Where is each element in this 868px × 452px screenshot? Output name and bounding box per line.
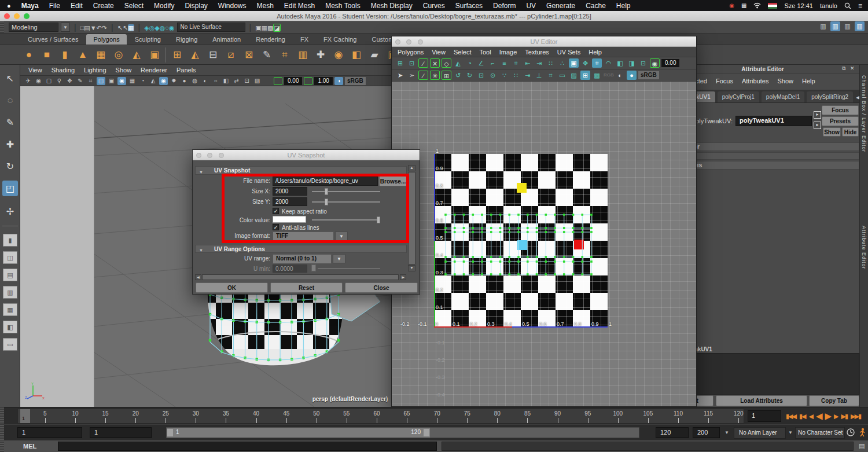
mel-input-field[interactable] xyxy=(58,442,437,451)
panel-menu-lighting[interactable]: Lighting xyxy=(84,67,106,74)
split-uvs-icon[interactable]: ∵ xyxy=(499,71,509,80)
attribute-editor-side-tab[interactable]: Attribute Editor xyxy=(861,226,867,270)
uv-range-section-header[interactable]: ▼UV Range Options xyxy=(195,245,407,253)
notes-field[interactable] xyxy=(668,353,859,395)
menu-uv[interactable]: UV xyxy=(526,2,536,10)
paint-select-tool[interactable]: ✎ xyxy=(2,115,18,130)
show-modeling-toolkit-icon[interactable]: ▥ xyxy=(818,21,828,31)
panel-menu-panels[interactable]: Panels xyxy=(176,67,196,74)
node-name-field[interactable]: polyTweakUV1 xyxy=(735,116,812,126)
align-left-icon[interactable]: ⇤ xyxy=(523,58,532,68)
section-behavior[interactable]: Behavior xyxy=(668,142,859,151)
shelf-tab-animation[interactable]: Animation xyxy=(205,34,248,45)
panel-tool-icon-8[interactable]: ▣ xyxy=(107,77,116,85)
playback-speed-arrow[interactable]: ▼ xyxy=(724,430,729,435)
uv-exposure-field[interactable]: 0.00 xyxy=(661,59,679,67)
ae-menu-attributes[interactable]: Attributes xyxy=(742,78,768,84)
focus-button[interactable]: Focus xyxy=(822,105,859,115)
u-min-slider[interactable] xyxy=(318,268,380,269)
shelf-tab-polygons[interactable]: Polygons xyxy=(86,34,126,45)
animation-preferences-icon[interactable] xyxy=(858,428,866,437)
copy-uvs-icon[interactable]: ◧ xyxy=(615,58,625,68)
poly-cone-icon[interactable]: ▲ xyxy=(76,48,90,62)
panel-menu-show[interactable]: Show xyxy=(116,67,132,74)
anim-layer-arrow[interactable]: ▼ xyxy=(788,430,793,435)
apple-menu-icon[interactable]: ● xyxy=(7,2,11,9)
character-set-selector[interactable]: No Character Set xyxy=(795,427,845,439)
menu-set-selector[interactable]: Modeling xyxy=(9,23,58,32)
ipr-render-icon[interactable]: ▩ xyxy=(267,24,273,31)
command-line-grip[interactable] xyxy=(0,440,4,452)
panel-tool-icon-12[interactable]: ◭ xyxy=(149,77,157,85)
animation-start-field[interactable]: 1 xyxy=(17,427,82,438)
menu-maya[interactable]: Maya xyxy=(21,2,39,10)
select-component-icon[interactable]: ▦ xyxy=(128,24,134,31)
snap-projected-center-icon[interactable]: ◍ xyxy=(160,24,165,31)
input-language-flag-icon[interactable] xyxy=(768,3,777,9)
mug-object[interactable] xyxy=(200,286,391,379)
step-back-key-button[interactable]: ◀ xyxy=(808,413,814,420)
screen-record-icon[interactable]: ◉ xyxy=(729,2,734,9)
show-channel-box-icon[interactable]: ▥ xyxy=(830,21,840,31)
menu-file[interactable]: File xyxy=(49,2,60,10)
notification-center-icon[interactable]: ≡ xyxy=(858,2,862,10)
uv-menu-tool[interactable]: Tool xyxy=(480,49,491,56)
panel-menu-shading[interactable]: Shading xyxy=(52,67,75,74)
menu-cache[interactable]: Cache xyxy=(586,2,606,10)
merge-icon[interactable]: ✚ xyxy=(314,48,328,62)
unfold-uv-icon[interactable]: ⌐ xyxy=(488,58,498,68)
lasso-tool[interactable]: ◌ xyxy=(2,93,18,108)
display-image-toggle-icon[interactable]: ▣ xyxy=(569,58,579,68)
dialog-horizontal-scrollbar[interactable] xyxy=(202,274,399,280)
timeline-grip[interactable] xyxy=(0,407,4,425)
load-attributes-button[interactable]: Load Attributes xyxy=(716,395,807,406)
uv-menu-select[interactable]: Select xyxy=(454,49,472,56)
isolate-add-icon[interactable]: ∕ xyxy=(418,71,428,80)
menu-windows[interactable]: Windows xyxy=(218,2,247,10)
smooth-icon[interactable]: ⊞ xyxy=(170,48,184,62)
divide-icon[interactable]: ◭ xyxy=(188,48,202,62)
range-row-grip[interactable] xyxy=(0,425,4,440)
time-slider[interactable]: 1 51015202530354045505560657075808590951… xyxy=(0,407,868,424)
wifi-icon[interactable] xyxy=(753,2,761,9)
poly-cube-icon[interactable]: ■ xyxy=(40,48,54,62)
grid-toggle-icon[interactable]: ⊞ xyxy=(580,71,590,80)
poly-plane-icon[interactable]: ▦ xyxy=(94,48,108,62)
play-backwards-button[interactable]: ◀ xyxy=(815,411,823,421)
shelf-tab-curves-surfaces[interactable]: Curves / Surfaces xyxy=(21,34,85,45)
align-right-icon[interactable]: ⇥ xyxy=(534,58,544,68)
playback-end-field[interactable]: 120 xyxy=(656,427,689,438)
uv-range-dropdown[interactable]: Normal (0 to 1) xyxy=(273,254,332,264)
menu-mesh[interactable]: Mesh xyxy=(257,2,274,10)
dialog-scroll-up-icon[interactable]: ▲ xyxy=(408,165,415,171)
dim-image-toggle-icon[interactable]: ● xyxy=(627,71,637,80)
uv-canvas[interactable]: -0.2-0.100.10.20.30.40.50.60.70.80.9110.… xyxy=(392,82,696,406)
u-min-field[interactable]: 0.0000 xyxy=(273,264,307,273)
persp-graph-layout-button[interactable]: ▥ xyxy=(3,286,17,299)
menubar-clock[interactable]: Sze 12:41 xyxy=(784,2,813,9)
alpha-channels-icon[interactable]: ◐ xyxy=(615,71,625,80)
extrude-icon[interactable]: ⊟ xyxy=(206,48,220,62)
select-hierarchy-icon[interactable]: ↖ xyxy=(117,24,123,31)
poly-torus-icon[interactable]: ◎ xyxy=(112,48,126,62)
ae-tab-polycylproj1[interactable]: polyCylProj1 xyxy=(718,91,759,102)
menu-display[interactable]: Display xyxy=(185,2,207,10)
show-tool-settings-icon[interactable]: ▥ xyxy=(843,21,852,31)
isolate-toggle-icon[interactable]: ⊞ xyxy=(442,71,451,80)
multi-cut-icon[interactable]: ✎ xyxy=(260,48,274,62)
rgb-channels-icon[interactable]: RGB xyxy=(604,71,613,80)
ae-menu-help[interactable]: Help xyxy=(802,78,815,84)
panel-tool-icon-20[interactable]: ⇄ xyxy=(232,77,241,85)
dialog-scroll-right-icon[interactable]: ▶ xyxy=(400,274,406,280)
shade-uvs-icon[interactable]: ◠ xyxy=(604,58,613,68)
snap-grid-icon[interactable]: ◈ xyxy=(144,24,149,31)
snap-view-plane-icon[interactable]: ○ xyxy=(165,24,169,31)
go-to-start-button[interactable]: ▮◀◀ xyxy=(785,413,797,420)
timeline-ruler[interactable]: 1 51015202530354045505560657075808590951… xyxy=(17,409,744,424)
dialog-titlebar[interactable]: UV Snapshot xyxy=(193,150,420,160)
next-node-icon[interactable]: ▸ xyxy=(814,122,821,129)
frame-all-icon[interactable]: ⊡ xyxy=(638,58,648,68)
poly-cylinder-icon[interactable]: ▮ xyxy=(58,48,72,62)
gamma-icon[interactable] xyxy=(304,77,312,85)
rotate-tool[interactable]: ↻ xyxy=(2,159,18,174)
